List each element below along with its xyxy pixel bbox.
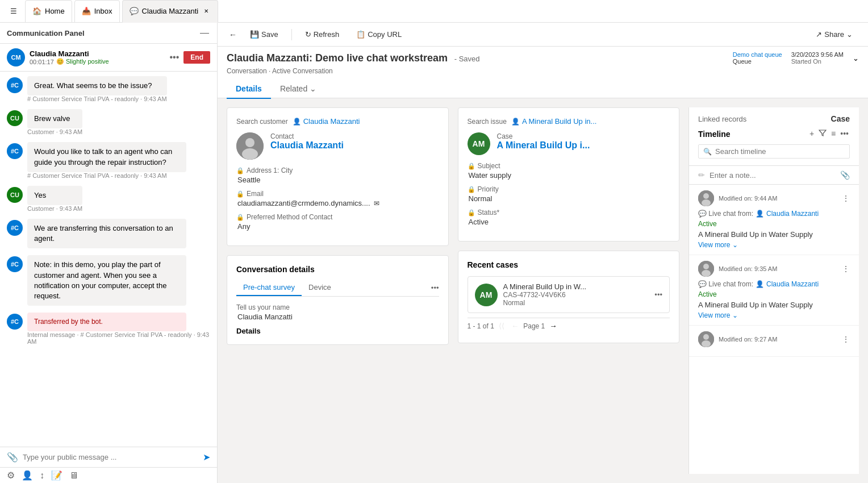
toolbar-icon-5[interactable]: 🖥 [69,470,78,481]
timeline-item-more-button[interactable]: ⋮ [842,264,850,273]
toolbar-icon-3[interactable]: ↕ [40,470,44,481]
case-link[interactable]: 👤 A Mineral Build Up in... [511,117,597,126]
conv-tab-device[interactable]: Device [302,280,338,296]
subject-field: 🔒 Subject Water supply [468,162,670,180]
chat-more-button[interactable]: ••• [168,51,182,64]
tab-related[interactable]: Related ⌄ [271,80,326,99]
comm-panel-title: Communication Panel [7,29,85,38]
message-meta: Customer · 9:43 AM [27,205,82,212]
message-row: CU Yes Customer · 9:43 AM [7,186,210,212]
contact-avatar [236,132,264,160]
contact-name[interactable]: Claudia Mazzanti [270,140,344,151]
queue-item-label: Demo chat queue Queue [733,51,782,65]
end-chat-button[interactable]: End [183,51,210,64]
timeline-item-more-button[interactable]: ⋮ [842,335,850,344]
case-name[interactable]: A Mineral Build Up i... [497,140,590,151]
message-group: #C We are transferring this conversation… [7,219,210,248]
share-button[interactable]: ↗ Share ⌄ [809,27,859,41]
send-button[interactable]: ➤ [203,452,210,463]
recent-case-name[interactable]: A Mineral Build Up in W... [503,282,649,291]
timeline-person-link[interactable]: Claudia Mazzanti [766,210,819,218]
next-page-button[interactable]: → [547,320,559,331]
prechat-name-value: Claudia Manzatti [236,313,439,321]
message-bubble: We are transferring this conversation to… [27,219,186,248]
timeline-label: Timeline [698,130,731,139]
breadcrumb-conversation[interactable]: Conversation [227,67,267,75]
lock-icon: 🔒 [468,209,475,216]
view-more-chevron: ⌄ [732,241,738,249]
hamburger-menu[interactable]: ☰ [5,2,23,20]
copy-icon: 📋 [356,30,365,39]
pagination-range: 1 - 1 of 1 [468,322,494,330]
timeline-item-more-button[interactable]: ⋮ [842,194,850,203]
nav-tab-inbox[interactable]: 📥 Inbox [74,0,120,23]
case-header: AM Case A Mineral Build Up i... [468,132,670,155]
record-title-group: Claudia Mazzanti: Demo live chat workstr… [227,52,480,64]
refresh-button[interactable]: ↻ Refresh [299,27,346,41]
nav-tab-claudia[interactable]: 💬 Claudia Mazzanti ✕ [122,0,219,23]
timeline-status-row: Active [698,290,850,298]
prechat-name-field: Tell us your name Claudia Manzatti [236,303,439,321]
toolbar-icon-1[interactable]: ⚙ [7,470,15,481]
timeline-list-button[interactable]: ≡ [830,128,837,140]
minimize-panel-button[interactable]: — [199,27,210,39]
nav-tab-home[interactable]: 🏠 Home [25,0,72,23]
attachment-button[interactable]: 📎 [7,452,18,463]
chat-input-field[interactable] [23,453,198,461]
customer-link[interactable]: 👤 Claudia Mazzanti [293,117,360,126]
home-icon: 🏠 [32,7,41,15]
prev-page-button[interactable]: ← [509,320,521,331]
timeline-item-time: Modified on: 9:35 AM [719,265,837,272]
back-button[interactable]: ← [227,28,239,41]
breadcrumb-active-conversation[interactable]: Active Conversation [272,67,333,75]
timeline-item-type: 💬 Live chat from: 👤 Claudia Mazzanti [698,210,850,218]
email-action-icon[interactable]: ✉ [374,199,379,207]
message-meta: # Customer Service Trial PVA - readonly … [27,172,186,179]
main-content[interactable]: Search customer 👤 Claudia Mazzanti Conta… [218,98,868,483]
bot-avatar: #C [7,256,23,272]
timeline-search-input[interactable] [715,147,845,156]
communication-panel: Communication Panel — CM Claudia Mazzant… [0,23,218,483]
timeline-add-button[interactable]: + [808,128,815,140]
tab-details[interactable]: Details [227,80,271,99]
expand-record-button[interactable]: ⌄ [853,54,859,63]
copy-url-button[interactable]: 📋 Copy URL [350,27,408,41]
toolbar-icon-4[interactable]: 📝 [51,470,62,481]
timeline-person-link[interactable]: Claudia Mazzanti [766,280,819,288]
message-group: #C Transferred by the bot. Internal mess… [7,313,210,345]
queue-info: Demo chat queue Queue 3/20/2023 9:56 AM … [733,51,859,65]
chat-messages-container[interactable]: #C Great. What seems to be the issue? # … [0,72,217,447]
message-row: CU Brew valve Customer · 9:43 AM [7,109,210,135]
chat-contact-name: Claudia Mazzanti [30,49,163,58]
timeline-filter-button[interactable] [817,128,828,140]
timeline-actions: + ≡ ••• [808,128,850,140]
recent-case-more-button[interactable]: ••• [654,290,662,299]
priority-field: 🔒 Priority Normal [468,185,670,203]
view-more-button[interactable]: View more ⌄ [698,311,850,319]
refresh-icon: ↻ [305,30,311,39]
view-more-chevron: ⌄ [732,311,738,319]
conv-tabs-more-button[interactable]: ••• [431,284,439,292]
top-navigation: ☰ 🏠 Home 📥 Inbox 💬 Claudia Mazzanti ✕ [0,0,868,23]
view-more-button[interactable]: View more ⌄ [698,241,850,249]
priority-value: Normal [468,194,670,203]
main-layout: Communication Panel — CM Claudia Mazzant… [0,23,868,483]
timeline-more-button[interactable]: ••• [839,128,850,140]
share-chevron: ⌄ [846,30,853,39]
svg-point-5 [702,199,711,206]
note-input-field[interactable] [710,171,836,180]
timeline-item-time: Modified on: 9:44 AM [719,195,837,202]
conv-tab-presurvey[interactable]: Pre-chat survey [236,280,302,296]
lock-icon: 🔒 [236,190,244,198]
close-tab-button[interactable]: ✕ [202,7,211,16]
record-title-row: Claudia Mazzanti: Demo live chat workstr… [227,51,859,65]
home-tab-label: Home [45,7,65,15]
conversation-details-title: Conversation details [236,265,439,274]
note-attach-button[interactable]: 📎 [840,170,850,180]
toolbar-icon-2[interactable]: 👤 [22,470,33,481]
recent-case-id: CAS-47732-V4V6K6 [503,291,649,299]
timeline-item-header: Modified on: 9:35 AM ⋮ [698,261,850,277]
first-page-button[interactable]: ⟨⟨ [496,320,507,331]
save-button[interactable]: 💾 Save [244,27,285,41]
timeline-items-container[interactable]: Modified on: 9:44 AM ⋮ 💬 Live chat from:… [689,185,859,474]
